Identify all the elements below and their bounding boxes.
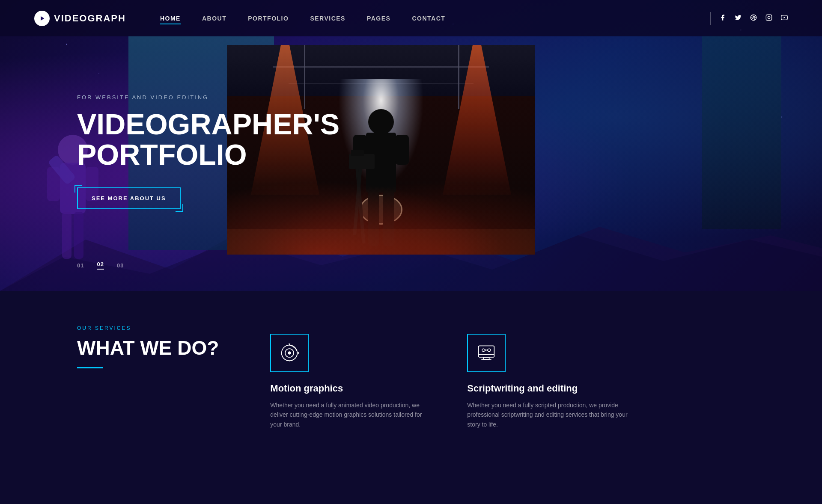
service-card-scriptwriting: Scriptwriting and editing Whether you ne…	[467, 334, 630, 429]
nav-links: HOME ABOUT PORTFOLIO SERVICES PAGES CONT…	[160, 15, 702, 22]
cta-button[interactable]: SEE MORE ABOUT US	[77, 187, 181, 209]
nav-divider	[710, 12, 711, 25]
nav-link-about[interactable]: ABOUT	[202, 15, 226, 22]
svg-rect-12	[74, 212, 83, 259]
svg-rect-19	[395, 135, 409, 165]
social-twitter[interactable]	[735, 14, 742, 23]
nav-item-pages[interactable]: PAGES	[367, 15, 390, 22]
svg-rect-29	[479, 346, 494, 357]
service-desc-motion: Whether you need a fully animated video …	[270, 400, 433, 429]
motion-graphics-icon	[279, 342, 300, 364]
nav-item-portfolio[interactable]: PORTFOLIO	[248, 15, 289, 22]
nav-item-contact[interactable]: CONTACT	[412, 15, 445, 22]
slide-3[interactable]: 03	[117, 262, 124, 269]
brand-name: VIDEOGRAPH	[54, 13, 126, 24]
hero-content: FOR WEBSITE AND VIDEO EDITING VIDEOGRAPH…	[77, 94, 291, 209]
nav-link-home[interactable]: HOME	[160, 15, 181, 24]
slide-1[interactable]: 01	[77, 262, 84, 269]
services-heading-col: OUR SERVICES WHAT WE DO?	[77, 325, 219, 385]
nav-item-about[interactable]: ABOUT	[202, 15, 226, 22]
svg-marker-0	[41, 16, 44, 21]
svg-rect-20	[349, 154, 375, 169]
service-title-scriptwriting: Scriptwriting and editing	[467, 383, 578, 394]
scriptwriting-icon-box	[467, 334, 506, 372]
svg-rect-21	[351, 150, 364, 156]
svg-point-34	[488, 349, 491, 352]
scriptwriting-icon	[476, 342, 497, 364]
logo-area[interactable]: VIDEOGRAPH	[34, 11, 126, 26]
navbar: VIDEOGRAPH HOME ABOUT PORTFOLIO SERVICES…	[0, 0, 822, 36]
hero-title-line2: PORTFOLIO	[77, 138, 247, 171]
nav-link-pages[interactable]: PAGES	[367, 15, 390, 22]
panel-right	[702, 36, 781, 229]
nav-link-contact[interactable]: CONTACT	[412, 15, 445, 22]
svg-point-16	[368, 109, 394, 135]
services-label: OUR SERVICES	[77, 325, 219, 331]
nav-item-home[interactable]: HOME	[160, 15, 181, 22]
svg-point-28	[288, 352, 291, 355]
hero-subtitle: FOR WEBSITE AND VIDEO EDITING	[77, 94, 291, 101]
services-section: OUR SERVICES WHAT WE DO?	[0, 291, 822, 504]
services-title: WHAT WE DO?	[77, 336, 219, 359]
service-desc-scriptwriting: Whether you need a fully scripted produc…	[467, 400, 630, 429]
svg-rect-11	[62, 212, 71, 259]
social-links	[719, 14, 788, 23]
svg-rect-2	[766, 15, 771, 20]
logo-icon	[34, 11, 50, 26]
services-layout: OUR SERVICES WHAT WE DO?	[77, 325, 745, 429]
social-facebook[interactable]	[719, 14, 726, 23]
social-youtube[interactable]	[781, 14, 788, 23]
services-grid: Motion graphics Whether you need a fully…	[270, 334, 630, 429]
hero-section: FOR WEBSITE AND VIDEO EDITING VIDEOGRAPH…	[0, 0, 822, 291]
svg-point-33	[482, 349, 485, 352]
nav-link-portfolio[interactable]: PORTFOLIO	[248, 15, 289, 22]
hero-title: VIDEOGRAPHER'S PORTFOLIO	[77, 109, 291, 170]
social-dribbble[interactable]	[750, 14, 757, 23]
social-instagram[interactable]	[765, 14, 772, 23]
slide-2[interactable]: 02	[97, 261, 104, 270]
nav-link-services[interactable]: SERVICES	[310, 15, 345, 22]
slide-indicators: 01 02 03	[77, 261, 124, 270]
service-title-motion: Motion graphics	[270, 383, 343, 394]
motion-graphics-icon-box	[270, 334, 309, 372]
services-underline	[77, 367, 103, 368]
nav-item-services[interactable]: SERVICES	[310, 15, 345, 22]
service-card-motion: Motion graphics Whether you need a fully…	[270, 334, 433, 429]
svg-marker-4	[784, 16, 786, 18]
hero-title-line1: VIDEOGRAPHER'S	[77, 108, 340, 140]
